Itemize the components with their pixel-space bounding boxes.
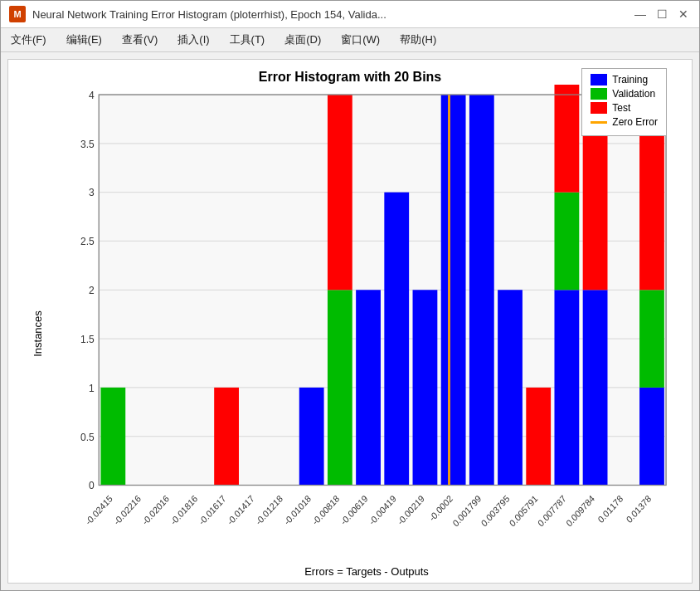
- svg-text:3.5: 3.5: [80, 138, 95, 150]
- svg-text:-0.01417: -0.01417: [226, 493, 256, 527]
- svg-rect-22: [328, 290, 352, 485]
- y-axis-label: Instances: [32, 310, 44, 357]
- svg-text:-0.0002: -0.0002: [427, 493, 455, 523]
- svg-text:0.009784: 0.009784: [564, 493, 596, 529]
- menu-bar: 文件(F) 编辑(E) 查看(V) 插入(I) 工具(T) 桌面(D) 窗口(W…: [1, 28, 699, 52]
- chart-inner: 00.511.522.533.54-0.02415-0.02216-0.0201…: [58, 85, 675, 583]
- legend-test-label: Test: [612, 102, 630, 114]
- svg-text:0.01378: 0.01378: [625, 493, 654, 525]
- x-axis-label: Errors = Targets - Outputs: [58, 565, 675, 583]
- svg-rect-27: [441, 95, 466, 485]
- svg-rect-30: [526, 388, 551, 486]
- legend-zero-error: Zero Error: [591, 116, 658, 128]
- svg-text:-0.00619: -0.00619: [338, 493, 369, 527]
- menu-edit[interactable]: 编辑(E): [63, 31, 105, 49]
- chart-container: Instances 00.511.522.533.54-0.02415-0.02…: [8, 85, 692, 583]
- legend-test-color: [591, 102, 607, 114]
- svg-rect-36: [639, 388, 664, 486]
- svg-text:0.01178: 0.01178: [596, 493, 625, 525]
- svg-rect-32: [554, 193, 579, 291]
- legend-training-color: [591, 74, 607, 85]
- svg-text:-0.01218: -0.01218: [254, 493, 284, 527]
- menu-window[interactable]: 窗口(W): [338, 31, 383, 49]
- svg-rect-21: [299, 388, 324, 486]
- svg-text:-0.02016: -0.02016: [140, 493, 171, 527]
- svg-text:-0.01816: -0.01816: [168, 493, 199, 527]
- legend-zero-error-label: Zero Error: [612, 116, 658, 128]
- menu-file[interactable]: 文件(F): [7, 31, 50, 49]
- svg-rect-20: [214, 388, 239, 486]
- svg-text:-0.00419: -0.00419: [367, 493, 398, 527]
- svg-text:0: 0: [89, 480, 95, 492]
- svg-text:1.5: 1.5: [80, 333, 95, 345]
- legend: Training Validation Test Zero Error: [581, 68, 667, 136]
- menu-desktop[interactable]: 桌面(D): [281, 31, 324, 49]
- svg-rect-37: [639, 290, 664, 388]
- chart-title: Error Histogram with 20 Bins: [259, 70, 442, 85]
- window-title: Neural Network Training Error Histogram …: [32, 8, 626, 21]
- svg-text:2.5: 2.5: [80, 236, 95, 248]
- menu-help[interactable]: 帮助(H): [396, 31, 440, 49]
- svg-text:-0.02415: -0.02415: [84, 493, 114, 527]
- svg-rect-29: [498, 290, 523, 485]
- svg-text:1: 1: [89, 382, 95, 394]
- maximize-button[interactable]: ☐: [654, 7, 669, 22]
- menu-view[interactable]: 查看(V): [119, 31, 161, 49]
- svg-text:-0.00818: -0.00818: [310, 493, 341, 527]
- svg-text:3: 3: [89, 187, 95, 199]
- svg-text:4: 4: [89, 89, 95, 101]
- svg-rect-33: [554, 85, 579, 193]
- svg-rect-26: [413, 290, 438, 485]
- svg-text:2: 2: [89, 285, 95, 297]
- svg-rect-25: [384, 193, 409, 486]
- title-bar: M Neural Network Training Error Histogra…: [1, 1, 699, 28]
- svg-text:-0.01617: -0.01617: [197, 493, 227, 527]
- legend-zero-error-line: [591, 121, 607, 124]
- legend-training-label: Training: [612, 74, 648, 85]
- svg-text:0.003795: 0.003795: [479, 493, 512, 529]
- svg-rect-23: [328, 95, 352, 290]
- svg-text:0.001799: 0.001799: [450, 493, 483, 529]
- main-window: M Neural Network Training Error Histogra…: [0, 0, 700, 591]
- svg-text:-0.00219: -0.00219: [396, 493, 426, 527]
- svg-rect-19: [100, 388, 125, 486]
- svg-rect-28: [469, 95, 494, 485]
- plot-area: Error Histogram with 20 Bins Instances 0…: [7, 59, 693, 584]
- svg-rect-31: [554, 290, 579, 485]
- svg-text:-0.02216: -0.02216: [112, 493, 143, 527]
- legend-validation: Validation: [591, 88, 658, 100]
- legend-training: Training: [591, 74, 658, 85]
- window-controls: — ☐ ✕: [633, 7, 691, 22]
- close-button[interactable]: ✕: [676, 7, 691, 22]
- legend-test: Test: [591, 102, 658, 114]
- svg-text:0.007787: 0.007787: [536, 493, 568, 529]
- minimize-button[interactable]: —: [633, 7, 648, 22]
- menu-tools[interactable]: 工具(T): [226, 31, 269, 49]
- svg-rect-24: [356, 290, 381, 485]
- svg-text:0.5: 0.5: [80, 431, 95, 443]
- legend-validation-color: [591, 88, 607, 100]
- legend-validation-label: Validation: [612, 88, 655, 100]
- menu-insert[interactable]: 插入(I): [174, 31, 212, 49]
- app-icon: M: [9, 6, 26, 22]
- svg-rect-34: [583, 290, 608, 485]
- svg-text:-0.01018: -0.01018: [282, 493, 313, 527]
- chart-svg: 00.511.522.533.54-0.02415-0.02216-0.0201…: [58, 85, 675, 565]
- svg-text:0.005791: 0.005791: [508, 493, 540, 529]
